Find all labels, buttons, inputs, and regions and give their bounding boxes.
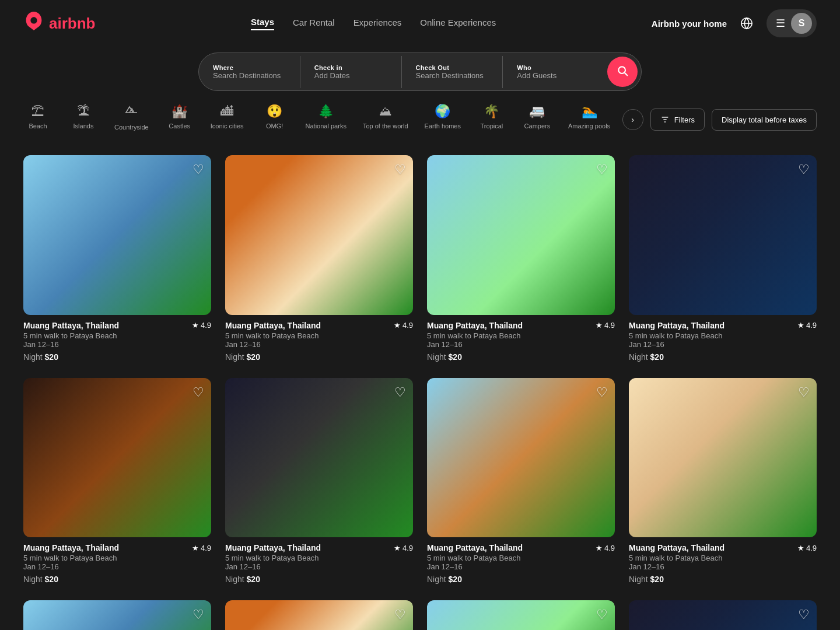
listing-card[interactable]: ♡: [629, 600, 817, 630]
favorite-button[interactable]: ♡: [798, 385, 810, 400]
listing-image-5: [23, 378, 211, 538]
listing-card[interactable]: ♡ Muang Pattaya, Thailand ★ 4.9 5 min wa…: [629, 155, 817, 364]
listing-dates: Jan 12–16: [23, 340, 211, 349]
category-countryside[interactable]: Countryside: [114, 103, 149, 136]
listing-card[interactable]: ♡: [23, 600, 211, 630]
listing-dates: Jan 12–16: [427, 340, 615, 349]
listing-price: Night $20: [427, 575, 615, 584]
category-castles[interactable]: 🏰 Castles: [165, 104, 194, 135]
who-section[interactable]: Who Add Guests: [503, 56, 604, 88]
favorite-button[interactable]: ♡: [798, 162, 810, 177]
listing-info: Muang Pattaya, Thailand ★ 4.9 5 min walk…: [629, 315, 817, 364]
listing-image-wrap: ♡: [225, 155, 413, 315]
listing-rating: ★ 4.9: [797, 321, 817, 330]
checkout-section[interactable]: Check Out Search Destinations: [402, 56, 503, 88]
listing-image-wrap: ♡: [225, 600, 413, 630]
taxes-button[interactable]: Display total before taxes: [712, 109, 817, 131]
category-national-parks[interactable]: 🌲 National parks: [306, 104, 346, 135]
earth-homes-icon: 🌍: [435, 104, 450, 119]
listing-card[interactable]: ♡ Muang Pattaya, Thailand ★ 4.9 5 min wa…: [23, 155, 211, 364]
nav-car-rental[interactable]: Car Rental: [293, 18, 335, 30]
favorite-button[interactable]: ♡: [596, 385, 608, 400]
nav-experiences[interactable]: Experiences: [354, 18, 402, 30]
nav-online-experiences[interactable]: Online Experiences: [420, 18, 496, 30]
listing-info: Muang Pattaya, Thailand ★ 4.9 5 min walk…: [427, 315, 615, 364]
listing-subtitle: 5 min walk to Pataya Beach: [427, 331, 615, 340]
who-value: Add Guests: [517, 71, 590, 80]
svg-line-3: [625, 72, 628, 75]
listing-image-wrap: ♡: [427, 155, 615, 315]
airbnb-home-button[interactable]: Airbnb your home: [652, 19, 727, 29]
listing-card[interactable]: ♡ Muang Pattaya, Thailand ★ 4.9 5 min wa…: [23, 378, 211, 587]
star-icon: ★: [797, 544, 804, 552]
category-earth-homes[interactable]: 🌍 Earth homes: [425, 104, 461, 135]
listing-image-9: [23, 600, 211, 630]
listing-card[interactable]: ♡ Muang Pattaya, Thailand ★ 4.9 5 min wa…: [427, 155, 615, 364]
listing-image-10: [225, 600, 413, 630]
omg-icon: 😲: [267, 104, 282, 119]
listing-card[interactable]: ♡ Muang Pattaya, Thailand ★ 4.9 5 min wa…: [225, 155, 413, 364]
favorite-button[interactable]: ♡: [596, 162, 608, 177]
checkin-label: Check in: [314, 64, 387, 71]
omg-label: OMG!: [266, 123, 283, 130]
favorite-button[interactable]: ♡: [596, 607, 608, 622]
listing-price: Night $20: [23, 575, 211, 584]
listing-info: Muang Pattaya, Thailand ★ 4.9 5 min walk…: [427, 537, 615, 586]
checkin-section[interactable]: Check in Add Dates: [300, 56, 402, 88]
category-iconic-cities[interactable]: 🏙 Iconic cities: [211, 104, 244, 135]
listing-image-7: [427, 378, 615, 538]
category-islands[interactable]: 🏝 Islands: [69, 104, 98, 135]
listing-price: Night $20: [629, 352, 817, 362]
listing-title: Muang Pattaya, Thailand: [629, 543, 724, 552]
castles-label: Castles: [169, 123, 190, 130]
listing-subtitle: 5 min walk to Pataya Beach: [629, 331, 817, 340]
islands-icon: 🏝: [77, 104, 90, 119]
listing-title: Muang Pattaya, Thailand: [629, 321, 724, 330]
campers-label: Campers: [524, 123, 551, 130]
category-beach[interactable]: ⛱ Beach: [23, 104, 52, 135]
category-nav: ⛱ Beach 🏝 Islands Countryside 🏰 Castles …: [0, 91, 840, 141]
logo[interactable]: airbnb: [23, 10, 95, 36]
favorite-button[interactable]: ♡: [394, 162, 406, 177]
listing-card[interactable]: ♡: [225, 600, 413, 630]
favorite-button[interactable]: ♡: [192, 607, 204, 622]
favorite-button[interactable]: ♡: [192, 162, 204, 177]
user-menu[interactable]: ☰ S: [766, 9, 817, 37]
listing-image-3: [427, 155, 615, 315]
category-amazing-pools[interactable]: 🏊 Amazing pools: [568, 104, 610, 135]
listing-image-4: [629, 155, 817, 315]
search-button[interactable]: [607, 57, 638, 87]
listing-price: Night $20: [629, 575, 817, 584]
nav-stays[interactable]: Stays: [251, 17, 274, 30]
category-omg[interactable]: 😲 OMG!: [260, 104, 289, 135]
category-tropical[interactable]: 🌴 Tropical: [477, 104, 506, 135]
listing-dates: Jan 12–16: [427, 562, 615, 571]
tropical-label: Tropical: [481, 123, 503, 130]
listing-image-6: [225, 378, 413, 538]
favorite-button[interactable]: ♡: [798, 607, 810, 622]
favorite-button[interactable]: ♡: [394, 385, 406, 400]
checkin-value: Add Dates: [314, 71, 387, 80]
favorite-button[interactable]: ♡: [192, 385, 204, 400]
listing-title: Muang Pattaya, Thailand: [427, 543, 523, 552]
where-section[interactable]: Where Search Destinations: [199, 56, 300, 88]
beach-icon: ⛱: [32, 104, 44, 119]
listing-card[interactable]: ♡ Muang Pattaya, Thailand ★ 4.9 5 min wa…: [629, 378, 817, 587]
star-icon: ★: [394, 544, 401, 552]
listing-image-12: [629, 600, 817, 630]
listing-card[interactable]: ♡ Muang Pattaya, Thailand ★ 4.9 5 min wa…: [225, 378, 413, 587]
listing-rating: ★ 4.9: [192, 321, 211, 330]
listing-card[interactable]: ♡ Muang Pattaya, Thailand ★ 4.9 5 min wa…: [427, 378, 615, 587]
filters-button[interactable]: Filters: [650, 108, 705, 131]
listing-subtitle: 5 min walk to Pataya Beach: [427, 554, 615, 562]
listing-card[interactable]: ♡: [427, 600, 615, 630]
checkout-label: Check Out: [416, 64, 489, 71]
language-button[interactable]: [736, 13, 757, 34]
category-top-of-the-world[interactable]: ⛰ Top of the world: [363, 104, 408, 135]
category-scroll-right[interactable]: ›: [622, 109, 643, 130]
favorite-button[interactable]: ♡: [394, 607, 406, 622]
listing-title-row: Muang Pattaya, Thailand ★ 4.9: [629, 321, 817, 330]
category-campers[interactable]: 🚐 Campers: [523, 104, 552, 135]
where-label: Where: [213, 64, 286, 71]
listing-image-wrap: ♡: [427, 378, 615, 538]
